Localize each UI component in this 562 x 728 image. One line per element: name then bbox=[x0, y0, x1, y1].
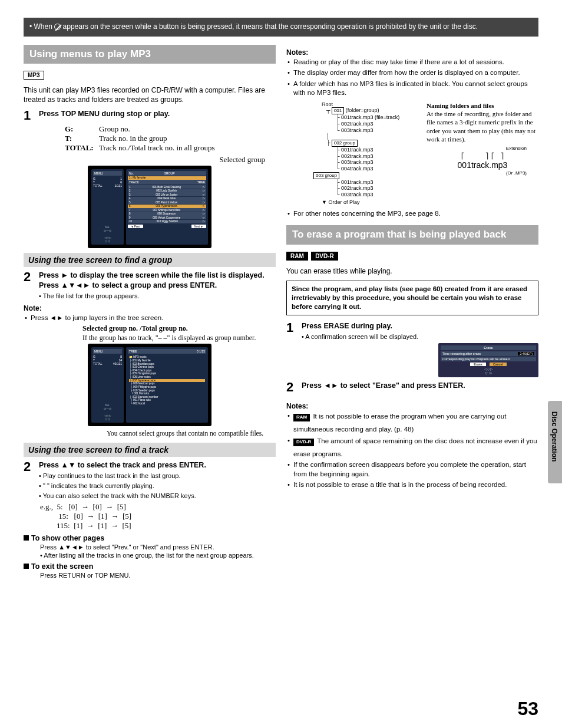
folder-tree-diagram: Root ┬ 001 (folder=group) ├ 001track.mp3… bbox=[322, 101, 538, 206]
notes-heading-1: Notes: bbox=[286, 48, 538, 57]
erase-step-1: 1 Press ERASE during play. • A confirmat… bbox=[286, 321, 538, 341]
notes-heading-2: Notes: bbox=[286, 402, 538, 410]
group-track-definitions: G:Group no. T:Track no. in the group TOT… bbox=[65, 124, 276, 153]
step-number-2b: 2 bbox=[24, 460, 34, 500]
step-2-tree-track: 2 Press ▲▼ to select the track and press… bbox=[24, 460, 276, 500]
note-jump-layers: Press ◄► to jump layers in the tree scre… bbox=[24, 314, 276, 323]
section-using-menus-mp3: Using menus to play MP3 bbox=[24, 45, 276, 64]
nav-icons-2: No.⊙—⊙◁◇▷▽ ⊙ bbox=[93, 403, 122, 421]
nav-icons: No.⊙—⊙◁◇▷▽ ⊙ bbox=[93, 225, 122, 243]
step-number-2a: 2 bbox=[24, 271, 34, 301]
show-other-pages-heading: To show other pages bbox=[24, 534, 276, 542]
step-1: 1 Press TOP MENU during stop or play. bbox=[24, 109, 276, 122]
step-1-text: Press TOP MENU during stop or play. bbox=[39, 109, 276, 122]
dialog-cancel-button: Cancel bbox=[490, 363, 507, 366]
banner-text-pre: When bbox=[34, 22, 55, 31]
subsection-tree-find-group: Using the tree screen to find a group bbox=[24, 253, 276, 267]
exit-screen-heading: To exit the screen bbox=[24, 562, 276, 571]
no-compatible-files-caption: You cannot select groups that contain no… bbox=[94, 430, 276, 438]
show-other-pages-2: • After listing all the tracks in one gr… bbox=[40, 552, 276, 559]
erase-warning-box: Since the program, and play lists (see p… bbox=[286, 281, 538, 315]
prohibit-icon bbox=[54, 24, 61, 30]
group-no-caption: Selected group no. /Total group no. If t… bbox=[82, 324, 276, 342]
mp3-intro: This unit can play MP3 files recorded on… bbox=[24, 85, 276, 104]
dialog-erase-button: Erase bbox=[470, 363, 485, 366]
ram-tag: RAM bbox=[286, 252, 308, 261]
mp3-file-list-screen: MENU G1 T6 TOTAL1/111 No.⊙—⊙◁◇▷▽ ⊙ No.GR… bbox=[88, 166, 211, 248]
prohibited-operation-note: • When appears on the screen while a but… bbox=[24, 18, 538, 37]
left-column: Using menus to play MP3 MP3 This unit ca… bbox=[24, 45, 276, 581]
naming-folders-files-box: Naming folders and files At the time of … bbox=[427, 101, 538, 206]
note-heading: Note: bbox=[24, 304, 276, 312]
mp3-tag: MP3 bbox=[24, 71, 44, 80]
step-2-tree-group: 2 Press ► to display the tree screen whi… bbox=[24, 271, 276, 301]
erase-intro: You can erase titles while playing. bbox=[286, 266, 538, 276]
right-column: Notes: Reading or play of the disc may t… bbox=[286, 45, 538, 581]
banner-text-post: appears on the screen while a button is … bbox=[61, 22, 478, 31]
other-notes-mp3: For other notes concerning the MP3, see … bbox=[286, 209, 538, 219]
selected-group-label: Selected group bbox=[24, 155, 265, 164]
side-tab-disc-operation: Disc Operation bbox=[548, 401, 562, 483]
subsection-tree-find-track: Using the tree screen to find a track bbox=[24, 443, 276, 457]
section-erase-program: To erase a program that is being played … bbox=[286, 225, 538, 244]
page-number: 53 bbox=[517, 698, 538, 720]
mp3-notes-list: Reading or play of the disc may take tim… bbox=[286, 58, 538, 98]
step-number-1: 1 bbox=[24, 109, 34, 122]
show-other-pages-1: Press ▲▼◄► to select "Prev." or "Next" a… bbox=[40, 543, 276, 551]
mp3-tree-screen: MENU G8 T14 TOTAL40/111 No.⊙—⊙◁◇▷▽ ⊙ TRE… bbox=[88, 344, 211, 426]
dvdr-tag: DVD-R bbox=[311, 252, 338, 261]
erase-confirmation-dialog: Erase Time remaining after erase2:40(EP)… bbox=[438, 343, 538, 377]
number-key-examples: e.g., 5: [0] → [0] → [5] 15: [0] → [1] →… bbox=[40, 502, 276, 531]
erase-step-2: 2 Press ◄► to select "Erase" and press E… bbox=[286, 381, 538, 394]
erase-notes-list: RAM It is not possible to erase the prog… bbox=[286, 411, 538, 489]
exit-screen-text: Press RETURN or TOP MENU. bbox=[40, 572, 276, 579]
